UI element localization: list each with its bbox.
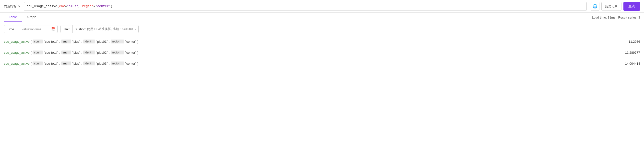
table-row: cpu_usage_active { cpu = "cpu-total", en… — [4, 47, 640, 58]
metric-name: cpu_usage_active — [4, 51, 30, 54]
metric-name: cpu_usage_active — [4, 62, 30, 66]
tabs: Table Graph — [4, 13, 41, 22]
top-bar-actions: 🌐 历史记录 查询 — [590, 2, 640, 11]
metric-tag: ident = — [83, 40, 95, 43]
metric-tag: region = — [111, 51, 124, 54]
time-control: Time 📅 — [4, 25, 58, 33]
table-row: cpu_usage_active { cpu = "cpu-total", en… — [4, 58, 640, 69]
metric-label-1: cpu_usage_active { cpu = "cpu-total", en… — [4, 40, 138, 43]
query-input[interactable]: cpu_usage_active{env="plus", region="cen… — [24, 2, 587, 11]
results-area: cpu_usage_active { cpu = "cpu-total", en… — [0, 36, 644, 69]
unit-control: Unit SI short 使用 SI 标准换算, 比如 1K=1000 ⌄ — [60, 25, 138, 33]
metric-tag: region = — [111, 40, 124, 43]
globe-button[interactable]: 🌐 — [590, 2, 600, 11]
metric-tag: env = — [61, 40, 72, 43]
metric-label-3: cpu_usage_active { cpu = "cpu-total", en… — [4, 62, 138, 66]
metric-tag: region = — [111, 62, 124, 66]
metric-label-2: cpu_usage_active { cpu = "cpu-total", en… — [4, 51, 138, 54]
tab-table[interactable]: Table — [4, 13, 22, 22]
metric-tag: ident = — [83, 62, 95, 66]
metric-value-2: 11.289777 — [625, 51, 640, 54]
query-metric: cpu_usage_active — [27, 4, 57, 8]
metric-tag: ident = — [83, 51, 95, 54]
chevron-down-icon: ⌄ — [134, 28, 136, 31]
calendar-icon[interactable]: 📅 — [49, 25, 57, 33]
query-button[interactable]: 查询 — [624, 2, 640, 11]
metric-tag: cpu = — [32, 51, 43, 54]
unit-select[interactable]: SI short 使用 SI 标准换算, 比如 1K=1000 ⌄ — [73, 25, 138, 33]
unit-label: Unit — [61, 25, 72, 33]
breadcrumb-separator: > — [18, 4, 20, 8]
metric-tag: cpu = — [32, 62, 43, 66]
unit-select-value: SI short — [75, 27, 86, 31]
top-bar: 内置指标 > cpu_usage_active{env="plus", regi… — [0, 0, 644, 13]
globe-icon: 🌐 — [592, 4, 598, 8]
metric-name: cpu_usage_active — [4, 40, 30, 43]
table-row: cpu_usage_active { cpu = "cpu-total", en… — [4, 36, 640, 47]
metric-value-3: 14.004414 — [625, 62, 640, 66]
metric-tag: env = — [61, 51, 72, 54]
unit-select-desc: 使用 SI 标准换算, 比如 1K=1000 — [87, 27, 133, 31]
breadcrumb: 内置指标 > — [4, 4, 20, 8]
query-text: cpu_usage_active{env="plus", region="cen… — [27, 4, 113, 8]
breadcrumb-label: 内置指标 — [4, 4, 17, 8]
tab-graph[interactable]: Graph — [22, 13, 41, 22]
tabs-row: Table Graph Load time: 31ms Result serie… — [0, 13, 644, 22]
metric-tag: env = — [61, 62, 72, 66]
time-label: Time — [4, 25, 17, 33]
metric-value-1: 11.2936 — [628, 40, 640, 43]
metric-tag: cpu = — [32, 40, 43, 43]
controls-row: Time 📅 Unit SI short 使用 SI 标准换算, 比如 1K=1… — [0, 22, 644, 36]
eval-time-input[interactable] — [17, 25, 49, 33]
tab-meta: Load time: 31ms Result series: 3 — [592, 13, 640, 22]
history-button[interactable]: 历史记录 — [602, 2, 622, 11]
